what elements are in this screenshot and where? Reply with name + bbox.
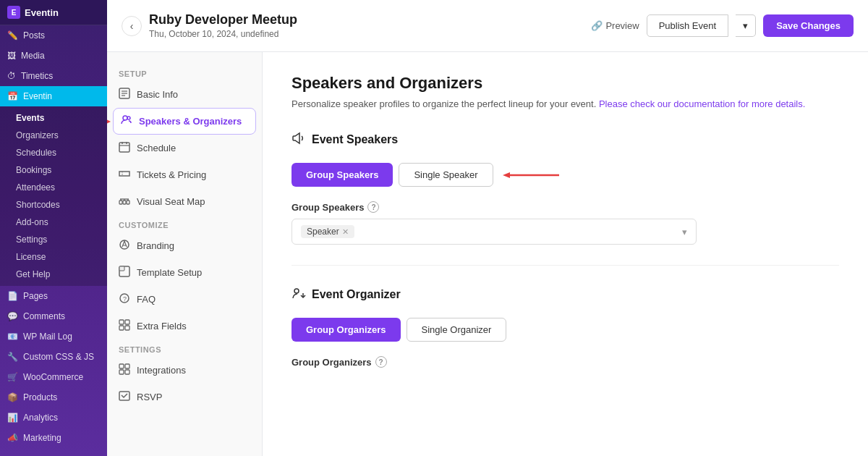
topbar: ‹ Ruby Developer Meetup Thu, October 10,… bbox=[107, 0, 868, 52]
svg-rect-13 bbox=[123, 200, 126, 204]
svg-rect-7 bbox=[119, 143, 129, 152]
preview-link[interactable]: 🔗 Preview bbox=[591, 20, 639, 31]
sidebar-sub-license[interactable]: License bbox=[0, 248, 107, 266]
group-organizers-button[interactable]: Group Organizers bbox=[292, 318, 401, 342]
sidebar-item-customcss[interactable]: 🔧 Custom CSS & JS bbox=[0, 347, 107, 367]
sidebar-item-posts[interactable]: ✏️ Posts bbox=[0, 25, 107, 46]
sidebar-item-analytics[interactable]: 📊 Analytics bbox=[0, 408, 107, 428]
nav-item-extra-fields[interactable]: Extra Fields bbox=[107, 313, 262, 339]
sidebar-item-pages[interactable]: 📄 Pages bbox=[0, 286, 107, 306]
nav-item-basic-info[interactable]: Basic Info bbox=[107, 81, 262, 108]
sidebar-item-eventin[interactable]: 📅 Eventin bbox=[0, 86, 107, 106]
sidebar-item-wpmaillog[interactable]: 📧 WP Mail Log bbox=[0, 326, 107, 347]
speaker-tag: Speaker ✕ bbox=[301, 225, 354, 238]
basic-info-icon bbox=[119, 88, 130, 101]
sidebar-sub-addons[interactable]: Add-ons bbox=[0, 214, 107, 231]
faq-icon: ? bbox=[119, 292, 130, 306]
left-nav: Setup Basic Info bbox=[107, 52, 263, 456]
sidebar-item-label: Analytics bbox=[23, 413, 58, 423]
sidebar-item-timetics[interactable]: ⏱ Timetics bbox=[0, 66, 107, 86]
nav-item-branding[interactable]: Branding bbox=[107, 232, 262, 259]
group-organizers-help-icon[interactable]: ? bbox=[375, 356, 387, 368]
sidebar-sub-attendees[interactable]: Attendees bbox=[0, 179, 107, 196]
eventin-icon: 📅 bbox=[7, 91, 18, 101]
sidebar-item-marketing[interactable]: 📣 Marketing bbox=[0, 428, 107, 448]
svg-rect-29 bbox=[125, 364, 129, 368]
save-changes-button[interactable]: Save Changes bbox=[763, 14, 854, 37]
sidebar-sub-bookings[interactable]: Bookings bbox=[0, 161, 107, 179]
nav-item-speakers-organizers[interactable]: Speakers & Organizers bbox=[113, 108, 256, 135]
sidebar-logo: E Eventin bbox=[0, 0, 107, 25]
svg-rect-12 bbox=[119, 200, 122, 204]
sidebar-sub-schedules[interactable]: Schedules bbox=[0, 144, 107, 161]
group-speakers-button[interactable]: Group Speakers bbox=[292, 163, 393, 187]
speakers-icon bbox=[121, 114, 132, 128]
svg-point-4 bbox=[123, 116, 127, 120]
sidebar-item-media[interactable]: 🖼 Media bbox=[0, 46, 107, 66]
organizer-section-title: Event Organizer bbox=[292, 286, 839, 303]
sidebar-item-label: Timetics bbox=[21, 71, 53, 81]
arrow-annotation bbox=[501, 169, 566, 182]
single-speaker-button[interactable]: Single Speaker bbox=[399, 163, 493, 187]
svg-marker-34 bbox=[503, 172, 510, 178]
nav-item-faq[interactable]: ? FAQ bbox=[107, 286, 262, 313]
sidebar-item-woocommerce[interactable]: 🛒 WooCommerce bbox=[0, 367, 107, 387]
sidebar-sub-events[interactable]: Events bbox=[0, 109, 107, 127]
integrations-icon bbox=[119, 363, 130, 377]
nav-item-schedule[interactable]: Schedule bbox=[107, 135, 262, 161]
speakers-btn-group: Group Speakers Single Speaker bbox=[292, 163, 839, 187]
nav-item-label: Visual Seat Map bbox=[137, 196, 205, 207]
chevron-down-icon: ▾ bbox=[682, 227, 687, 237]
svg-rect-24 bbox=[119, 320, 124, 324]
svg-rect-31 bbox=[125, 370, 129, 374]
extra-fields-icon bbox=[119, 319, 130, 333]
nav-item-integrations[interactable]: Integrations bbox=[107, 357, 262, 384]
schedule-icon bbox=[119, 141, 130, 155]
svg-rect-30 bbox=[119, 370, 124, 374]
sidebar-sub-shortcodes[interactable]: Shortcodes bbox=[0, 196, 107, 214]
rsvp-icon bbox=[119, 390, 130, 404]
svg-rect-21 bbox=[119, 266, 124, 271]
speakers-select[interactable]: Speaker ✕ ▾ bbox=[292, 219, 697, 245]
single-organizer-button[interactable]: Single Organizer bbox=[407, 318, 507, 342]
svg-rect-27 bbox=[125, 326, 129, 330]
group-organizers-label: Group Organizers ? bbox=[292, 356, 839, 368]
sidebar-sub-organizers[interactable]: Organizers bbox=[0, 127, 107, 144]
nav-item-tickets-pricing[interactable]: Tickets & Pricing bbox=[107, 161, 262, 188]
publish-event-button[interactable]: Publish Event bbox=[647, 14, 729, 37]
nav-item-rsvp[interactable]: RSVP bbox=[107, 384, 262, 410]
sidebar-item-products[interactable]: 📦 Products bbox=[0, 387, 107, 408]
nav-item-label: Tickets & Pricing bbox=[137, 169, 206, 180]
sidebar-sub-settings[interactable]: Settings bbox=[0, 231, 107, 248]
pages-icon: 📄 bbox=[7, 291, 18, 301]
nav-item-template-setup[interactable]: Template Setup bbox=[107, 259, 262, 286]
wpmaillog-icon: 📧 bbox=[7, 332, 18, 342]
sidebar-arrow-annotation bbox=[107, 116, 112, 127]
publish-dropdown-button[interactable]: ▾ bbox=[736, 14, 756, 37]
sidebar-item-label: Pages bbox=[23, 291, 48, 301]
event-title: Ruby Developer Meetup bbox=[149, 12, 297, 28]
nav-item-label: Extra Fields bbox=[137, 321, 187, 332]
eventin-logo-icon: E bbox=[7, 6, 20, 19]
preview-label: Preview bbox=[605, 20, 639, 31]
tag-remove-icon[interactable]: ✕ bbox=[342, 227, 349, 237]
back-button[interactable]: ‹ bbox=[122, 16, 142, 36]
settings-section-label: Settings bbox=[107, 339, 262, 357]
page-title: Speakers and Organizers bbox=[292, 74, 839, 93]
customcss-icon: 🔧 bbox=[7, 352, 18, 362]
sidebar-item-label: Custom CSS & JS bbox=[23, 352, 94, 362]
svg-rect-28 bbox=[119, 364, 124, 368]
sidebar-item-label: Posts bbox=[23, 30, 45, 41]
nav-item-label: Speakers & Organizers bbox=[139, 116, 242, 127]
nav-item-visual-seat-map[interactable]: Visual Seat Map bbox=[107, 188, 262, 215]
group-speakers-help-icon[interactable]: ? bbox=[367, 201, 379, 213]
event-date: Thu, October 10, 2024, undefined bbox=[149, 29, 297, 39]
page-description: Personalize speaker profiles to organize… bbox=[292, 98, 839, 109]
main-wrapper: ‹ Ruby Developer Meetup Thu, October 10,… bbox=[107, 0, 868, 456]
nav-item-label: RSVP bbox=[137, 392, 162, 402]
docs-link[interactable]: Please check our documentation for more … bbox=[599, 98, 805, 109]
sidebar-item-comments[interactable]: 💬 Comments bbox=[0, 306, 107, 326]
speakers-title-text: Event Speakers bbox=[312, 133, 398, 146]
organizer-section: Event Organizer Group Organizers Single … bbox=[292, 286, 839, 368]
sidebar-sub-gethelp[interactable]: Get Help bbox=[0, 266, 107, 283]
